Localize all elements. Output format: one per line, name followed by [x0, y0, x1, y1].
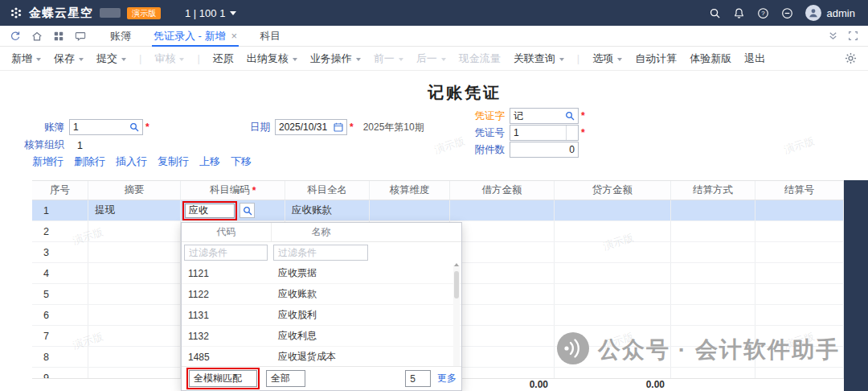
date-input[interactable]: 2025/10/31: [275, 119, 347, 135]
cell-r7-c6[interactable]: [450, 326, 555, 346]
cell-r1-c5[interactable]: [370, 200, 450, 220]
toolbar-button-5[interactable]: 还原: [213, 51, 234, 66]
tab-3[interactable]: 科目: [248, 26, 292, 46]
cell-r4-c6[interactable]: [450, 263, 555, 283]
user-avatar[interactable]: [805, 5, 821, 21]
cell-r8-c6[interactable]: [450, 347, 555, 367]
toolbar-button-6[interactable]: 出纳复核: [247, 51, 297, 66]
cell-r4-c9[interactable]: [755, 263, 844, 283]
grid-action-link-2[interactable]: 删除行: [74, 154, 105, 169]
cell-r6-c7[interactable]: [555, 305, 671, 325]
scope-select[interactable]: 全部: [266, 370, 305, 387]
column-header-2[interactable]: 摘要: [88, 181, 181, 200]
scroll-up-arrow-icon[interactable]: [454, 263, 459, 266]
cell-r8-c7[interactable]: [555, 347, 671, 367]
cell-r6-c8[interactable]: [671, 305, 755, 325]
toolbar-button-12[interactable]: 选项: [592, 51, 622, 66]
cell-r3-c2[interactable]: [88, 242, 181, 262]
name-filter-input[interactable]: [273, 245, 368, 261]
help-icon[interactable]: ?: [757, 7, 769, 19]
cell-r8-c2[interactable]: [88, 347, 181, 367]
cell-r5-c8[interactable]: [671, 284, 755, 304]
cell-r1-c2[interactable]: 提现: [88, 200, 181, 220]
cell-r2-c6[interactable]: [450, 221, 555, 241]
column-header-3[interactable]: 科目编码: [181, 181, 285, 200]
popup-row-1132[interactable]: 1132应收利息: [182, 326, 461, 347]
column-header-6[interactable]: 借方金额: [450, 181, 555, 200]
grid-action-link-6[interactable]: 下移: [231, 154, 252, 169]
cell-r5-c7[interactable]: [555, 284, 671, 304]
cell-r2-c9[interactable]: [755, 221, 844, 241]
cell-r1-c4[interactable]: 应收账款: [285, 200, 370, 220]
grid-action-link-3[interactable]: 插入行: [116, 154, 147, 169]
cell-r6-c2[interactable]: [88, 305, 181, 325]
cell-r6-c6[interactable]: [450, 305, 555, 325]
toolbar-button-13[interactable]: 自动计算: [635, 51, 677, 66]
column-header-5[interactable]: 核算维度: [370, 181, 450, 200]
toolbar-button-2[interactable]: 保存: [54, 51, 84, 66]
collapse-tabs-icon[interactable]: [828, 31, 838, 41]
scrollbar-thumb[interactable]: [454, 271, 459, 298]
workspace-selector[interactable]: 1 | 100 1: [185, 7, 236, 19]
popup-row-1131[interactable]: 1131应收股利: [182, 305, 461, 326]
cell-r2-c7[interactable]: [555, 221, 671, 241]
grid-action-link-4[interactable]: 复制行: [158, 154, 189, 169]
cell-r1-c6[interactable]: [450, 200, 555, 220]
cell-r3-c7[interactable]: [555, 242, 671, 262]
cell-r4-c8[interactable]: [671, 263, 755, 283]
cell-r3-c8[interactable]: [671, 242, 755, 262]
grid-row-1[interactable]: 1提现应收应收账款: [32, 200, 844, 221]
cell-r7-c8[interactable]: [671, 326, 755, 346]
cell-r4-c7[interactable]: [555, 263, 671, 283]
code-filter-input[interactable]: [184, 245, 268, 261]
cell-r4-c2[interactable]: [88, 263, 181, 283]
chat-icon[interactable]: [75, 31, 86, 42]
toolbar-button-7[interactable]: 业务操作: [310, 51, 361, 66]
username-label[interactable]: admin: [827, 7, 855, 19]
bell-icon[interactable]: [733, 7, 745, 19]
apps-grid-icon[interactable]: [53, 31, 64, 42]
cell-r2-c2[interactable]: [88, 221, 181, 241]
search-icon[interactable]: [709, 7, 721, 19]
account-code-search-button[interactable]: [240, 203, 255, 218]
tab-1[interactable]: 账簿: [99, 26, 142, 46]
column-header-9[interactable]: 结算号: [755, 181, 844, 200]
cell-r8-c9[interactable]: [755, 347, 844, 367]
match-mode-select[interactable]: 全模糊匹配: [189, 370, 257, 387]
voucher-word-input[interactable]: 记: [510, 108, 579, 124]
toolbar-button-14[interactable]: 体验新版: [690, 51, 731, 66]
fullscreen-icon[interactable]: [848, 31, 858, 41]
cell-r1-c3[interactable]: 应收: [181, 200, 285, 220]
popup-row-1122[interactable]: 1122应收账款: [182, 284, 461, 305]
attachment-count-input[interactable]: 0: [510, 142, 579, 158]
tab-2[interactable]: 凭证录入 - 新增×: [142, 26, 248, 46]
cell-r5-c2[interactable]: [88, 284, 181, 304]
calendar-icon[interactable]: [331, 122, 343, 132]
cell-r5-c9[interactable]: [755, 284, 844, 304]
cell-r3-c9[interactable]: [755, 242, 844, 262]
page-size-select[interactable]: 5: [405, 370, 431, 387]
grid-action-link-1[interactable]: 新增行: [32, 154, 63, 169]
popup-scrollbar[interactable]: [453, 265, 460, 369]
cell-r8-c8[interactable]: [671, 347, 755, 367]
popup-row-1121[interactable]: 1121应收票据: [182, 263, 461, 284]
home-icon[interactable]: [31, 31, 43, 42]
cell-r7-c2[interactable]: [88, 326, 181, 346]
toolbar-button-3[interactable]: 提交: [96, 51, 126, 66]
cell-r2-c8[interactable]: [671, 221, 755, 241]
popup-row-1485[interactable]: 1485应收退货成本: [182, 347, 461, 368]
settings-gear-icon[interactable]: [845, 52, 857, 64]
column-header-8[interactable]: 结算方式: [671, 181, 755, 200]
grid-action-link-5[interactable]: 上移: [199, 154, 220, 169]
cell-r6-c9[interactable]: [755, 305, 844, 325]
column-header-4[interactable]: 科目全名: [285, 181, 370, 200]
cell-r3-c6[interactable]: [450, 242, 555, 262]
voucher-number-select[interactable]: 1: [510, 125, 579, 141]
toolbar-button-1[interactable]: 新增: [11, 51, 41, 66]
cell-r1-c8[interactable]: [671, 200, 755, 220]
column-header-7[interactable]: 贷方金额: [555, 181, 671, 200]
search-icon[interactable]: [127, 122, 139, 132]
cell-r7-c7[interactable]: [555, 326, 671, 346]
cell-r5-c6[interactable]: [450, 284, 555, 304]
toolbar-button-11[interactable]: 关联查询: [514, 51, 564, 66]
